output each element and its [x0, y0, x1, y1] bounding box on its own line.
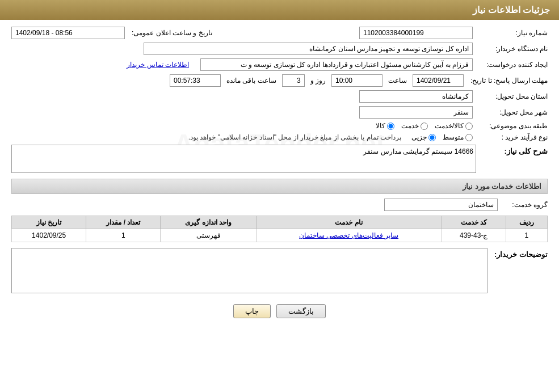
col-row: ردیف [506, 216, 547, 229]
need-number-value: 1102003384000199 [359, 27, 473, 39]
buyer-org-value: اداره کل توسازی توسعه و تجهیز مدارس استا… [144, 43, 473, 55]
back-button[interactable]: بازگشت [276, 304, 326, 318]
cell-date: 1402/09/25 [12, 229, 86, 242]
service-info-title: اطلاعات خدمات مورد نیاز [11, 179, 548, 194]
creator-link[interactable]: اطلاعات تماس خریدار [127, 61, 189, 69]
city-value: سنقر [359, 106, 473, 119]
service-group-value: ساختمان [384, 199, 498, 211]
category-kala[interactable]: کالا [376, 122, 394, 130]
creator-value: فرزام به آیین کارشناس مسئول اعتبارات و ق… [200, 58, 473, 71]
button-row: چاپ بازگشت [11, 304, 548, 318]
col-date: تاریخ نیاز [12, 216, 86, 229]
service-table: ردیف کد خدمت نام خدمت واحد اندازه گیری ت… [11, 216, 548, 242]
process-mutavassit[interactable]: متوسط [443, 133, 473, 141]
deadline-date: 1402/09/21 [413, 74, 464, 87]
deadline-remaining: 00:57:33 [170, 74, 221, 87]
deadline-label: مهلت ارسال پاسخ: تا تاریخ: [470, 77, 548, 85]
province-label: استان محل تحویل: [480, 92, 548, 100]
announcement-date-label: تاریخ و ساعت اعلان عمومی: [132, 29, 212, 37]
province-value: کرمانشاه [359, 90, 473, 103]
col-unit: واحد اندازه گیری [161, 216, 256, 229]
need-desc-value: 14666 سیستم گرمایشی مدارس سنقر [11, 145, 476, 173]
deadline-time: 10:00 [331, 74, 383, 87]
deadline-days: 3 [282, 74, 305, 87]
process-note: پرداخت تمام یا بخشی از مبلغ خریدار از مح… [188, 133, 401, 141]
deadline-remaining-label: ساعت باقی مانده [226, 77, 276, 85]
cell-code: ج-43-439 [442, 229, 506, 242]
buyer-desc-input[interactable] [11, 248, 487, 293]
service-group-label: گروه خدمت: [502, 201, 548, 209]
category-radio-group: کالا/خدمت خدمت کالا [376, 122, 473, 130]
cell-qty: 1 [86, 229, 161, 242]
page-title: جزئیات اطلاعات نیاز [473, 5, 550, 15]
category-label: طبقه بندی موضوعی: [480, 122, 548, 130]
announcement-date-value: 1402/09/18 - 08:56 [11, 27, 125, 39]
need-number-label: شماره نیاز: [480, 29, 548, 37]
process-radio-group: متوسط جزیی [411, 133, 473, 141]
buyer-desc-label: توضیحات خریدار: [491, 248, 548, 259]
need-desc-label: شرح کلی نیاز: [480, 145, 548, 155]
city-label: شهر محل تحویل: [480, 108, 548, 116]
cell-row: 1 [506, 229, 547, 242]
process-label: نوع فرآیند خرید : [480, 133, 548, 141]
category-khidmat[interactable]: خدمت [401, 122, 428, 130]
deadline-time-label: ساعت [388, 77, 407, 85]
buyer-org-label: نام دستگاه خریدار: [480, 45, 548, 53]
deadline-days-label: روز و [310, 77, 326, 85]
cell-unit: فهرستی [161, 229, 256, 242]
col-code: کد خدمت [442, 216, 506, 229]
col-qty: تعداد / مقدار [86, 216, 161, 229]
category-kala-khidmat[interactable]: کالا/خدمت [435, 122, 473, 130]
col-name: نام خدمت [256, 216, 442, 229]
print-button[interactable]: چاپ [233, 304, 271, 318]
process-jozii[interactable]: جزیی [411, 133, 436, 141]
creator-label: ایجاد کننده درخواست: [480, 61, 548, 69]
page-header: جزئیات اطلاعات نیاز [0, 0, 559, 20]
cell-name[interactable]: سایر فعالیت‌های تخصصی ساختمان [256, 229, 442, 242]
table-row: 1 ج-43-439 سایر فعالیت‌های تخصصی ساختمان… [12, 229, 548, 242]
